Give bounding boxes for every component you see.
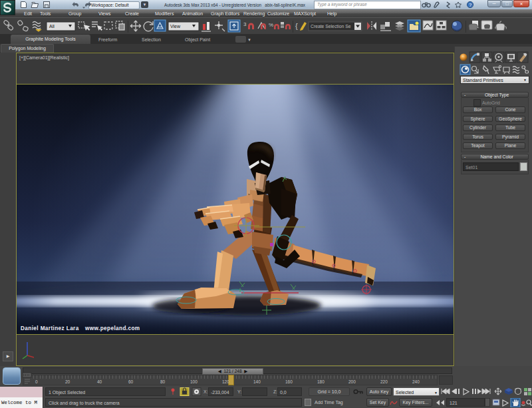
svg-text:3: 3	[243, 21, 247, 27]
svg-text:?: ?	[469, 2, 471, 8]
svg-text:Create Selection Se: Create Selection Se	[311, 24, 351, 29]
svg-text:Daniel Martinez Lara: Daniel Martinez Lara	[21, 325, 79, 331]
svg-text:All: All	[49, 24, 55, 29]
svg-text:%: %	[269, 22, 273, 28]
svg-text:{: {	[295, 22, 298, 30]
svg-text:View: View	[170, 24, 181, 29]
svg-text:www.pepeland.com: www.pepeland.com	[84, 325, 140, 331]
